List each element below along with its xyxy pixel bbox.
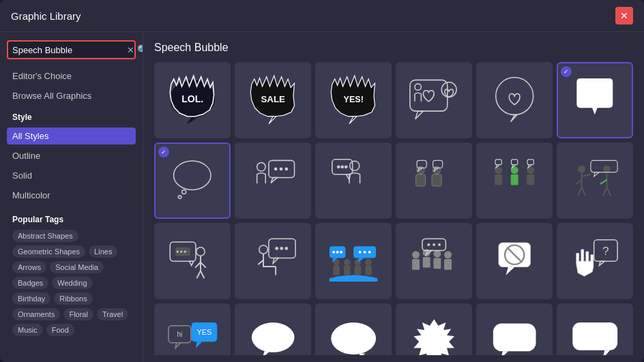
style-multicolor[interactable]: Multicolor: [7, 187, 136, 204]
check-badge-2: ✓: [158, 147, 169, 157]
svg-line-53: [196, 271, 200, 278]
tag-social-media[interactable]: Social Media: [50, 261, 104, 273]
grid-item-lol[interactable]: LOL.: [154, 62, 231, 138]
grid-item-people-bubble-1[interactable]: [396, 142, 472, 219]
svg-point-94: [438, 243, 441, 246]
grid-item-sale[interactable]: SALE: [235, 62, 311, 138]
dialog-body: ✕ 🔍 Editor's Choice Browse All Graphics …: [0, 32, 644, 362]
svg-rect-25: [432, 175, 441, 186]
svg-point-76: [332, 251, 335, 254]
svg-rect-74: [365, 265, 371, 275]
svg-point-73: [365, 259, 371, 265]
svg-point-17: [350, 161, 360, 170]
dialog-title: Graphic Library: [11, 10, 81, 22]
svg-rect-72: [355, 265, 361, 275]
svg-rect-90: [444, 259, 452, 270]
grid-item-no-speech[interactable]: [476, 223, 553, 299]
grid-item-standing-bubble[interactable]: [154, 223, 231, 299]
tag-travel[interactable]: Travel: [97, 308, 128, 320]
svg-line-46: [606, 187, 610, 196]
search-icon[interactable]: 🔍: [137, 44, 143, 55]
svg-point-65: [280, 247, 283, 250]
svg-point-80: [358, 251, 361, 254]
svg-text:SALE: SALE: [261, 93, 285, 104]
style-solid[interactable]: Solid: [7, 167, 136, 184]
svg-point-77: [336, 251, 339, 254]
svg-rect-68: [333, 265, 339, 275]
style-outline[interactable]: Outline: [7, 147, 136, 164]
svg-point-82: [368, 251, 371, 254]
svg-line-42: [581, 187, 585, 196]
tag-wedding[interactable]: Wedding: [52, 277, 92, 289]
tag-music[interactable]: Music: [12, 324, 43, 336]
svg-rect-106: [493, 323, 536, 351]
svg-point-7: [415, 84, 421, 90]
grid-item-people-bubble-3[interactable]: [557, 142, 633, 219]
svg-text:?: ?: [602, 244, 609, 258]
section-title: Speech Bubble: [154, 42, 637, 54]
svg-point-87: [433, 250, 441, 258]
grid-item-sitting-bubble[interactable]: [235, 223, 311, 299]
tag-abstract-shapes[interactable]: Abstract Shapes: [12, 230, 78, 242]
dialog-header: Graphic Library ✕: [0, 0, 644, 32]
grid-item-oval-2[interactable]: [315, 303, 392, 355]
tag-geometric-shapes[interactable]: Geometric Shapes: [12, 245, 85, 258]
grid-item-yes[interactable]: YES!: [315, 62, 392, 138]
tag-food[interactable]: Food: [46, 324, 74, 336]
style-all[interactable]: All Styles: [7, 127, 136, 145]
grid-item-hand-question[interactable]: ?: [557, 223, 633, 299]
svg-point-89: [444, 251, 452, 258]
grid-item-group-bubble-dark[interactable]: [396, 223, 472, 299]
close-button[interactable]: ✕: [615, 7, 633, 25]
tag-ornaments[interactable]: Ornaments: [12, 308, 60, 320]
grid-scroll: LOL. SALE: [154, 62, 637, 355]
svg-line-52: [201, 262, 206, 268]
grid-item-person-bubble-2[interactable]: [315, 142, 392, 219]
grid-item-thought-bubble[interactable]: ✓: [154, 142, 231, 219]
search-clear-icon[interactable]: ✕: [127, 45, 134, 55]
svg-line-45: [603, 187, 606, 196]
svg-point-92: [427, 243, 430, 246]
svg-line-40: [581, 175, 590, 177]
search-box[interactable]: ✕ 🔍: [7, 40, 136, 59]
svg-text:YES: YES: [196, 328, 211, 336]
svg-point-11: [179, 196, 182, 199]
svg-point-12: [257, 162, 265, 171]
grid-item-rounded-bubble[interactable]: [476, 303, 553, 355]
svg-point-19: [337, 165, 340, 168]
grid-item-spiky-bubble[interactable]: [396, 303, 472, 355]
svg-line-61: [258, 260, 263, 264]
search-input[interactable]: [12, 45, 127, 55]
svg-point-57: [176, 250, 178, 252]
check-badge: ✓: [561, 66, 572, 77]
svg-point-66: [284, 247, 288, 250]
grid-item-white-bubble[interactable]: ✓: [557, 62, 633, 138]
svg-point-58: [180, 250, 182, 252]
svg-rect-70: [344, 265, 350, 275]
grid-item-oval-1[interactable]: [235, 303, 311, 355]
tag-lines[interactable]: Lines: [89, 245, 117, 258]
svg-point-60: [259, 245, 268, 254]
svg-point-16: [284, 167, 288, 170]
grid-item-hi-yes[interactable]: hi YES: [154, 303, 231, 355]
grid-item-love-bubble[interactable]: [396, 62, 472, 138]
svg-text:LOL.: LOL.: [181, 93, 203, 104]
grid-item-people-bubble-2[interactable]: [476, 142, 553, 219]
grid-item-heart-bubble[interactable]: [476, 62, 553, 138]
tag-birthday[interactable]: Birthday: [12, 292, 50, 305]
tag-floral[interactable]: Floral: [63, 308, 93, 320]
style-section-label: Style: [7, 107, 136, 125]
svg-rect-23: [415, 175, 425, 186]
grid-item-person-bubble-1[interactable]: [235, 142, 311, 219]
svg-line-51: [195, 262, 201, 268]
grid-item-group-bubble-blue[interactable]: [315, 223, 392, 299]
svg-point-104: [252, 322, 295, 352]
svg-line-54: [201, 271, 204, 278]
browse-all-nav[interactable]: Browse All Graphics: [7, 87, 136, 104]
tag-ribbons[interactable]: Ribbons: [54, 292, 92, 305]
grid-item-tail-bubble[interactable]: [557, 303, 633, 355]
svg-point-93: [433, 243, 435, 246]
tag-badges[interactable]: Badges: [12, 277, 48, 289]
tag-arrows[interactable]: Arrows: [12, 261, 46, 273]
editors-choice-nav[interactable]: Editor's Choice: [7, 67, 136, 85]
